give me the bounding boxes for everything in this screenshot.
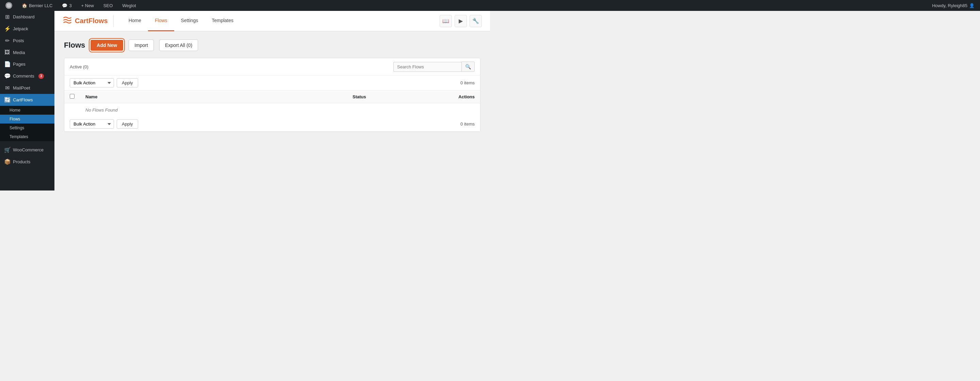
docs-icon-button[interactable]: 📖 [440,15,452,27]
sidebar-item-posts[interactable]: ✏ Posts [0,35,54,47]
seo-button[interactable]: SEO [102,0,115,11]
add-new-button[interactable]: Add New [91,40,123,51]
header-nav-home[interactable]: Home [122,11,148,31]
new-content-button[interactable]: + New [79,0,96,11]
import-button[interactable]: Import [129,40,154,51]
sidebar-item-cf-settings[interactable]: Settings [0,124,54,132]
flows-table: Name Status Actions No Flows Found [64,90,480,117]
sidebar-item-products[interactable]: 📦 Products [0,156,54,168]
apply-button-bottom[interactable]: Apply [117,119,138,129]
video-icon-button[interactable]: ▶ [455,15,467,27]
flows-title-row: Flows Add New Import Export All (0) [64,40,480,51]
home-icon: 🏠 [22,3,27,8]
comments-badge: 3 [38,73,44,79]
header-nav-flows[interactable]: Flows [148,11,174,31]
apply-button-top[interactable]: Apply [117,78,138,87]
search-flows-wrap: 🔍 [393,62,475,72]
header-icons: 📖 ▶ 🔧 [440,15,482,27]
sidebar-label-woocommerce: WooCommerce [13,147,43,152]
comment-icon: 💬 [62,3,67,8]
cartflows-header: CartFlows Home Flows Settings Templates … [54,11,490,31]
search-icon: 🔍 [465,64,471,70]
comments-count: 3 [69,3,72,8]
wp-logo-button[interactable] [3,0,14,11]
sidebar-item-cf-home[interactable]: Home [0,106,54,114]
active-filter-label: Active (0) [70,64,89,70]
select-all-checkbox[interactable] [70,94,75,98]
search-flows-button[interactable]: 🔍 [461,62,475,72]
sidebar-label-comments: Comments [13,73,34,79]
posts-icon: ✏ [4,37,10,44]
flows-table-area: Active (0) 🔍 Bulk Action Apply [64,58,480,132]
header-nav-templates[interactable]: Templates [205,11,240,31]
col-header-actions: Actions [399,90,480,103]
main-content: CartFlows Home Flows Settings Templates … [54,11,490,190]
header-nav-settings-label: Settings [181,18,198,23]
top-bulk-action-bar: Bulk Action Apply 0 items [64,76,480,90]
bottom-bulk-action-bar: Bulk Action Apply 0 items [64,117,480,132]
bulk-action-bottom-left: Bulk Action Apply [70,119,138,129]
header-nav: Home Flows Settings Templates [122,11,431,31]
new-label: + New [81,3,94,8]
cartflows-submenu: Home Flows Settings Templates [0,106,54,141]
sidebar-item-cartflows[interactable]: 🔄 CartFlows [0,94,54,106]
site-name: Bernier LLC [29,3,52,8]
sidebar-label-posts: Posts [13,38,24,43]
sidebar-label-media: Media [13,50,25,55]
export-all-button[interactable]: Export All (0) [159,40,198,51]
sidebar-item-cf-templates[interactable]: Templates [0,132,54,141]
sidebar-label-cartflows: CartFlows [13,97,33,102]
bulk-action-select-top[interactable]: Bulk Action [70,78,114,87]
sidebar-label-cf-flows: Flows [10,117,20,121]
sidebar-label-mailpoet: MailPoet [13,86,30,90]
sidebar-label-dashboard: Dashboard [13,14,35,19]
pages-icon: 📄 [4,61,10,67]
cartflows-logo: CartFlows [63,15,114,27]
sidebar-item-pages[interactable]: 📄 Pages [0,58,54,70]
sidebar-label-cf-home: Home [10,108,21,113]
sidebar-item-media[interactable]: 🖼 Media [0,47,54,58]
site-name-button[interactable]: 🏠 Bernier LLC [20,0,54,11]
flows-filter-bar: Active (0) 🔍 [64,58,480,76]
sidebar-item-woocommerce[interactable]: 🛒 WooCommerce [0,144,54,156]
sidebar-item-jetpack[interactable]: ⚡ Jetpack [0,23,54,35]
jetpack-icon: ⚡ [4,25,10,32]
header-nav-home-label: Home [129,18,141,23]
sidebar-item-dashboard[interactable]: ⊞ Dashboard [0,11,54,23]
search-flows-input[interactable] [393,62,461,72]
sidebar-label-jetpack: Jetpack [13,26,28,31]
col-header-checkbox [64,90,80,103]
bulk-action-select-bottom[interactable]: Bulk Action [70,119,114,129]
page-content: Flows Add New Import Export All (0) Acti… [54,31,490,140]
col-header-name: Name [80,90,319,103]
seo-label: SEO [103,3,113,8]
items-count-top: 0 items [460,80,475,86]
sidebar-label-cf-templates: Templates [10,134,28,139]
admin-bar: 🏠 Bernier LLC 💬 3 + New SEO Weglot Howdy… [0,0,490,11]
sidebar-item-cf-flows[interactable]: Flows [0,114,54,124]
plugin-icon-button[interactable]: 🔧 [469,15,482,27]
comments-icon: 💬 [4,73,10,79]
col-header-status: Status [319,90,399,103]
table-header-row: Name Status Actions [64,90,480,103]
header-nav-settings[interactable]: Settings [174,11,205,31]
sidebar-item-mailpoet[interactable]: ✉ MailPoet [0,82,54,94]
sidebar: ⊞ Dashboard ⚡ Jetpack ✏ Posts 🖼 Media 📄 … [0,11,54,190]
header-nav-flows-label: Flows [155,18,167,23]
header-nav-templates-label: Templates [212,18,234,23]
dashboard-icon: ⊞ [4,14,10,20]
products-icon: 📦 [4,159,10,165]
cartflows-sidebar-icon: 🔄 [4,97,10,103]
media-icon: 🖼 [4,49,10,56]
mailpoet-icon: ✉ [4,85,10,91]
bulk-action-left: Bulk Action Apply [70,78,138,87]
no-flows-message: No Flows Found [80,103,480,117]
sidebar-item-comments[interactable]: 💬 Comments 3 [0,70,54,82]
no-flows-row: No Flows Found [64,103,480,117]
weglot-button[interactable]: Weglot [120,0,138,11]
comments-button[interactable]: 💬 3 [60,0,73,11]
cartflows-logo-icon [63,15,72,27]
weglot-label: Weglot [122,3,136,8]
cartflows-logo-text: CartFlows [75,17,108,25]
items-count-bottom: 0 items [460,121,475,127]
